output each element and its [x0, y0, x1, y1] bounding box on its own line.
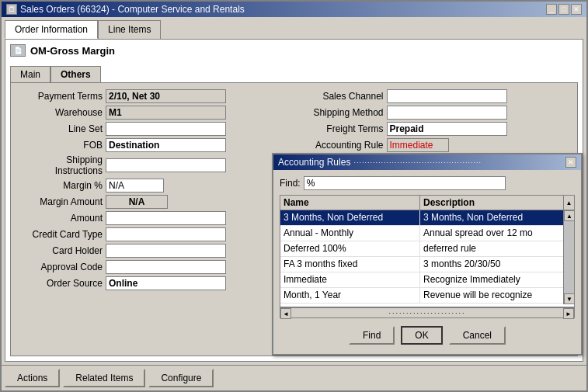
grid-cell-name: Immediate — [280, 272, 420, 287]
margin-amount-value: N/A — [106, 195, 168, 209]
payment-terms-label: Payment Terms — [17, 91, 103, 102]
sales-channel-row: Sales Channel — [298, 89, 572, 103]
tab-line-items[interactable]: Line Items — [98, 20, 161, 39]
margin-pct-row: Margin % — [17, 179, 291, 193]
grid-body: 3 Months, Non Deferred 3 Months, Non Def… — [280, 210, 574, 304]
freight-terms-label: Freight Terms — [298, 123, 384, 134]
margin-pct-label: Margin % — [17, 180, 103, 191]
tab-main[interactable]: Main — [10, 66, 50, 82]
shipping-instructions-input[interactable] — [106, 158, 226, 172]
main-window: 🗒 Sales Orders (66324) - Computer Servic… — [0, 0, 588, 392]
grid-cell-name: Month, 1 Year — [280, 288, 420, 303]
warehouse-label: Warehouse — [17, 107, 103, 118]
accounting-rules-dialog: Accounting Rules ·······················… — [272, 153, 583, 356]
dialog-dots: ········································… — [350, 158, 565, 166]
scroll-track — [564, 221, 574, 293]
minimize-button[interactable]: _ — [546, 4, 557, 15]
dialog-buttons: Find OK Cancel — [280, 323, 575, 348]
credit-card-type-input[interactable] — [106, 227, 226, 241]
window-title: Sales Orders (66324) - Computer Service … — [20, 4, 245, 15]
tab-order-information[interactable]: Order Information — [5, 20, 98, 39]
shipping-instructions-label: Shipping Instructions — [17, 154, 103, 176]
credit-card-type-row: Credit Card Type — [17, 227, 291, 241]
sales-channel-input[interactable] — [387, 89, 507, 103]
margin-pct-input[interactable] — [106, 179, 164, 193]
sales-channel-label: Sales Channel — [298, 91, 384, 102]
accounting-rules-grid: Name Description ▲ 3 Months, Non Deferre… — [280, 195, 575, 307]
margin-amount-row: Margin Amount N/A — [17, 195, 291, 209]
outer-tabs: Order Information Line Items — [5, 20, 583, 39]
close-button[interactable]: ✕ — [571, 4, 582, 15]
dialog-close-button[interactable]: ✕ — [565, 157, 576, 168]
scroll-left-button[interactable]: ◄ — [280, 308, 291, 319]
find-button[interactable]: Find — [349, 326, 395, 345]
find-label: Find: — [280, 178, 301, 189]
grid-cell-desc: Annual spread over 12 mo — [420, 226, 563, 241]
bottom-bar: Actions Related Items Configure — [2, 365, 586, 390]
grid-col-desc-header: Description — [420, 196, 563, 210]
horizontal-scrollbar: ◄ ······················ ► — [280, 307, 575, 318]
order-source-label: Order Source — [17, 278, 103, 289]
grid-cell-desc: 3 months 20/30/50 — [420, 257, 563, 272]
left-column: Payment Terms Warehouse Line Set — [17, 89, 291, 349]
warehouse-row: Warehouse — [17, 106, 291, 120]
grid-row[interactable]: 3 Months, Non Deferred 3 Months, Non Def… — [280, 210, 563, 226]
actions-button[interactable]: Actions — [5, 369, 60, 387]
shipping-method-input[interactable] — [387, 106, 507, 120]
dialog-title-bar: Accounting Rules ·······················… — [273, 154, 581, 170]
title-bar: 🗒 Sales Orders (66324) - Computer Servic… — [2, 2, 586, 17]
related-items-button[interactable]: Related Items — [63, 369, 145, 387]
grid-header: Name Description ▲ — [280, 196, 574, 210]
fob-row: FOB — [17, 138, 291, 152]
card-holder-row: Card Holder — [17, 244, 291, 258]
grid-scroll-up-btn[interactable]: ▲ — [563, 196, 574, 210]
line-set-input[interactable] — [106, 122, 226, 136]
ok-button[interactable]: OK — [401, 326, 442, 345]
line-set-row: Line Set — [17, 122, 291, 136]
grid-cell-name: Deferred 100% — [280, 241, 420, 256]
grid-cell-desc: Revenue will be recognize — [420, 288, 563, 303]
margin-amount-label: Margin Amount — [17, 196, 103, 207]
accounting-rule-input[interactable] — [387, 138, 449, 152]
scroll-up-button[interactable]: ▲ — [564, 210, 575, 221]
payment-terms-row: Payment Terms — [17, 89, 291, 103]
grid-row[interactable]: Annual - Monthly Annual spread over 12 m… — [280, 226, 563, 241]
warehouse-input[interactable] — [106, 106, 226, 120]
grid-row[interactable]: FA 3 months fixed 3 months 20/30/50 — [280, 257, 563, 272]
grid-row[interactable]: Month, 1 Year Revenue will be recognize — [280, 288, 563, 304]
order-source-input[interactable] — [106, 276, 226, 290]
panel-header: 📄 OM-Gross Margin — [10, 44, 578, 60]
accounting-rule-label: Accounting Rule — [298, 140, 384, 151]
fob-label: FOB — [17, 140, 103, 151]
grid-col-name-header: Name — [280, 196, 420, 210]
card-holder-label: Card Holder — [17, 245, 103, 256]
credit-card-type-label: Credit Card Type — [17, 229, 103, 240]
approval-code-input[interactable] — [106, 260, 226, 274]
scroll-down-button[interactable]: ▼ — [564, 293, 575, 304]
grid-cell-name: FA 3 months fixed — [280, 257, 420, 272]
scroll-right-button[interactable]: ► — [563, 308, 574, 319]
grid-row[interactable]: Immediate Recognize Immediately — [280, 272, 563, 288]
grid-cell-name: 3 Months, Non Deferred — [280, 210, 420, 225]
line-set-label: Line Set — [17, 123, 103, 134]
grid-cell-desc: Recognize Immediately — [420, 272, 563, 287]
fob-input[interactable] — [106, 138, 226, 152]
maximize-button[interactable]: □ — [558, 4, 569, 15]
grid-row[interactable]: Deferred 100% deferred rule — [280, 241, 563, 257]
payment-terms-input[interactable] — [106, 89, 226, 103]
freight-terms-input[interactable] — [387, 122, 507, 136]
grid-cell-desc: deferred rule — [420, 241, 563, 256]
accounting-rule-row: Accounting Rule — [298, 138, 572, 152]
tab-others[interactable]: Others — [50, 66, 101, 82]
amount-label: Amount — [17, 213, 103, 224]
order-source-row: Order Source — [17, 276, 291, 290]
dialog-content: Find: Name Description ▲ — [273, 170, 581, 354]
cancel-button[interactable]: Cancel — [449, 326, 506, 345]
find-row: Find: — [280, 176, 575, 190]
dialog-title-text: Accounting Rules — [278, 157, 350, 168]
find-input[interactable] — [304, 176, 506, 190]
shipping-instructions-row: Shipping Instructions — [17, 154, 291, 176]
configure-button[interactable]: Configure — [148, 369, 214, 387]
amount-input[interactable] — [106, 211, 226, 225]
card-holder-input[interactable] — [106, 244, 226, 258]
